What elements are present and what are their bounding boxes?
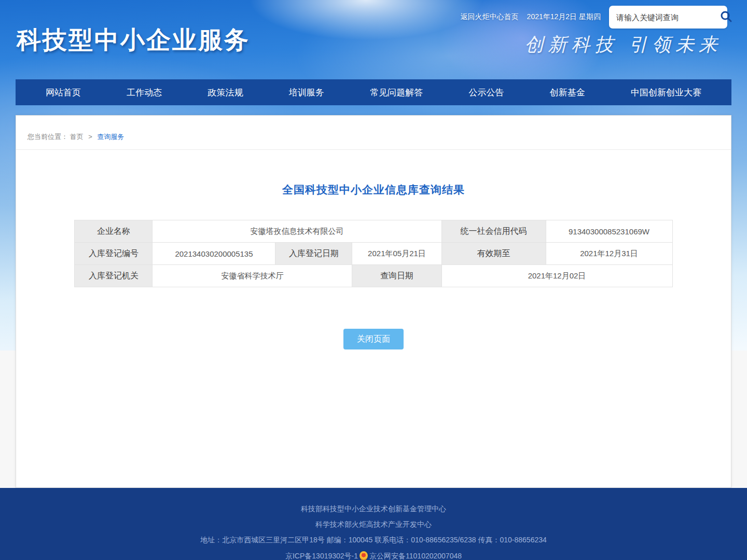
nav-item-training[interactable]: 培训服务 <box>289 87 324 99</box>
cell-query-date-label: 查询日期 <box>352 265 441 287</box>
table-row: 入库登记机关 安徽省科学技术厅 查询日期 2021年12月02日 <box>75 265 672 287</box>
page: 返回火炬中心首页 2021年12月2日 星期四 科技型中小企业服务 创新科技 引… <box>0 0 747 560</box>
cell-registration-date-value: 2021年05月21日 <box>352 243 441 265</box>
nav-item-work-news[interactable]: 工作动态 <box>127 87 162 99</box>
top-bar: 返回火炬中心首页 2021年12月2日 星期四 <box>461 4 727 30</box>
cell-registration-authority-label: 入库登记机关 <box>75 265 153 287</box>
page-title: 全国科技型中小企业信息库查询结果 <box>16 183 731 197</box>
footer-contact-line: 地址：北京市西城区三里河二区甲18号 邮编：100045 联系电话：010-88… <box>0 536 747 544</box>
cell-registration-date-label: 入库登记日期 <box>275 243 352 265</box>
cell-company-name-value: 安徽塔孜信息技术有限公司 <box>153 220 441 243</box>
breadcrumb: 您当前位置： 首页 > 查询服务 <box>16 116 731 150</box>
police-record-link[interactable]: 京公网安备11010202007048 <box>369 552 462 560</box>
breadcrumb-current-link[interactable]: 查询服务 <box>97 133 124 141</box>
main-nav: 网站首页 工作动态 政策法规 培训服务 常见问题解答 公示公告 创新基金 中国创… <box>16 79 731 105</box>
current-date: 2021年12月2日 星期四 <box>527 12 601 22</box>
search-box <box>609 6 727 29</box>
cell-credit-code-value: 91340300085231069W <box>546 220 672 243</box>
police-emblem-icon <box>359 551 368 560</box>
cell-registration-number-value: 202134030200005135 <box>153 243 275 265</box>
cell-query-date-value: 2021年12月02日 <box>441 265 672 287</box>
breadcrumb-prefix: 您当前位置： <box>27 133 68 141</box>
footer-record-line: 京ICP备13019302号-1京公网安备11010202007048 <box>0 551 747 560</box>
search-button[interactable] <box>720 10 733 25</box>
torch-center-home-link[interactable]: 返回火炬中心首页 <box>461 12 519 22</box>
site-footer: 科技部科技型中小企业技术创新基金管理中心 科学技术部火炬高技术产业开发中心 地址… <box>0 488 747 560</box>
search-icon <box>720 10 733 25</box>
nav-item-home[interactable]: 网站首页 <box>46 87 81 99</box>
footer-org-line-1: 科技部科技型中小企业技术创新基金管理中心 <box>0 505 747 513</box>
nav-item-innovation-fund[interactable]: 创新基金 <box>550 87 585 99</box>
result-table: 企业名称 安徽塔孜信息技术有限公司 统一社会信用代码 9134030008523… <box>74 220 672 287</box>
cell-registration-authority-value: 安徽省科学技术厅 <box>153 265 352 287</box>
close-page-button[interactable]: 关闭页面 <box>343 329 404 349</box>
nav-item-policies[interactable]: 政策法规 <box>208 87 243 99</box>
breadcrumb-separator: > <box>88 133 92 141</box>
icp-record-link[interactable]: 京ICP备13019302号-1 <box>285 552 358 560</box>
site-slogan: 创新科技 引领未来 <box>525 32 722 58</box>
nav-item-innovation-competition[interactable]: 中国创新创业大赛 <box>631 87 701 99</box>
site-logo: 科技型中小企业服务 <box>17 24 250 57</box>
nav-item-announcements[interactable]: 公示公告 <box>468 87 504 99</box>
cell-credit-code-label: 统一社会信用代码 <box>441 220 546 243</box>
nav-item-faq[interactable]: 常见问题解答 <box>370 87 423 99</box>
cell-registration-number-label: 入库登记编号 <box>75 243 153 265</box>
table-row: 入库登记编号 202134030200005135 入库登记日期 2021年05… <box>75 243 672 265</box>
cell-valid-until-label: 有效期至 <box>441 243 546 265</box>
breadcrumb-home-link[interactable]: 首页 <box>70 133 84 141</box>
content-panel: 您当前位置： 首页 > 查询服务 全国科技型中小企业信息库查询结果 企业名称 安… <box>16 115 731 488</box>
table-row: 企业名称 安徽塔孜信息技术有限公司 统一社会信用代码 9134030008523… <box>75 220 672 243</box>
cell-company-name-label: 企业名称 <box>75 220 153 243</box>
footer-org-line-2: 科学技术部火炬高技术产业开发中心 <box>0 520 747 528</box>
search-input[interactable] <box>616 13 720 22</box>
cell-valid-until-value: 2021年12月31日 <box>546 243 672 265</box>
